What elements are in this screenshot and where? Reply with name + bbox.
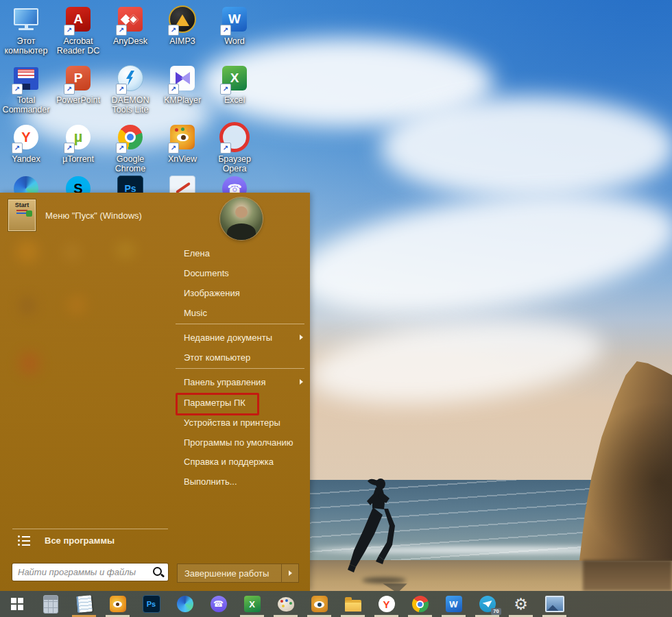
menu-item-run[interactable]: Выполнить... <box>184 474 237 489</box>
taskbar-telegram[interactable]: 70 <box>470 591 504 617</box>
taskbar-photos[interactable] <box>538 591 571 617</box>
all-programs-list-icon <box>18 535 30 546</box>
utorrent-icon: µ <box>62 122 94 152</box>
desktop-icon-acrobat[interactable]: A Acrobat Reader DC <box>52 4 104 56</box>
taskbar-photoshop[interactable]: Ps <box>134 591 168 617</box>
desktop-icon-yandex[interactable]: Y Yandex <box>0 122 52 164</box>
all-programs-item[interactable]: Все программы <box>18 535 115 546</box>
start-search-box[interactable] <box>12 564 168 581</box>
start-menu-pinned-item[interactable]: Start Меню "Пуск" (Windows) <box>8 199 142 231</box>
menu-item-recent-documents[interactable]: Недавние документы <box>184 330 272 345</box>
cloud <box>381 96 672 199</box>
taskbar-edge[interactable] <box>168 591 202 617</box>
chrome-icon <box>115 122 146 152</box>
shortcut-arrow-icon <box>116 25 127 36</box>
ghost-blob <box>19 352 40 375</box>
taskbar-viber[interactable]: ☎ <box>202 591 235 617</box>
taskbar-notepad[interactable] <box>67 591 101 617</box>
edge-icon <box>177 596 193 612</box>
shutdown-button[interactable]: Завершение работы <box>177 564 299 583</box>
annotation-highlight-box <box>176 393 259 415</box>
menu-item-music[interactable]: Music <box>184 305 207 320</box>
daemon-tools-icon <box>115 63 146 93</box>
shortcut-arrow-icon <box>64 84 75 95</box>
taskbar-settings[interactable]: ⚙ <box>504 591 538 617</box>
yandex-icon: Y <box>379 596 395 612</box>
powerpoint-icon: P <box>62 63 94 93</box>
shortcut-arrow-icon <box>220 25 231 36</box>
word-icon: W <box>219 4 250 34</box>
desktop-icon-kmplayer[interactable]: KMPlayer <box>156 63 208 105</box>
anydesk-icon <box>115 4 146 34</box>
ghost-blob <box>67 295 86 315</box>
folder-icon <box>345 600 361 612</box>
taskbar-image-viewer[interactable] <box>302 591 336 617</box>
desktop-icon-opera[interactable]: Браузер Opera <box>208 122 261 173</box>
aimp3-icon <box>167 4 198 34</box>
desktop-icon-chrome[interactable]: Google Chrome <box>104 122 156 173</box>
menu-item-devices-printers[interactable]: Устройства и принтеры <box>184 415 280 430</box>
eye-viewer-icon <box>311 596 328 612</box>
wallpaper-rock-reflection <box>583 560 672 591</box>
taskbar-word[interactable]: W <box>437 591 470 617</box>
taskbar-calculator[interactable] <box>34 591 67 617</box>
shutdown-options-arrow[interactable] <box>282 570 298 576</box>
desktop-icon-utorrent[interactable]: µ µTorrent <box>52 122 104 164</box>
taskbar-excel[interactable]: X <box>235 591 269 617</box>
opera-icon <box>219 122 250 152</box>
start-menu: Start Меню "Пуск" (Windows) Все программ… <box>0 193 310 591</box>
taskbar-file-explorer[interactable] <box>336 591 370 617</box>
ghost-blob <box>16 241 38 263</box>
taskbar-paint[interactable] <box>269 591 302 617</box>
taskbar: Ps ☎ X Y W 70 ⚙ <box>0 591 672 617</box>
menu-item-control-panel[interactable]: Панель управления <box>184 374 265 389</box>
pinned-item-label: Меню "Пуск" (Windows) <box>45 210 142 221</box>
shortcut-arrow-icon <box>220 84 231 95</box>
shortcut-arrow-icon <box>116 84 127 95</box>
user-avatar[interactable] <box>220 197 263 240</box>
menu-item-user-name[interactable]: Елена <box>184 245 210 261</box>
paint-palette-icon <box>278 597 294 612</box>
jogger-shadow <box>362 577 406 583</box>
desktop-icon-powerpoint[interactable]: P PowerPoint <box>52 63 104 105</box>
wallpaper-jogger-silhouette <box>347 476 416 580</box>
shutdown-label: Завершение работы <box>178 568 281 579</box>
viber-icon: ☎ <box>211 596 227 612</box>
taskbar-start-button[interactable] <box>0 591 34 617</box>
submenu-arrow-icon <box>300 379 303 385</box>
acrobat-icon: A <box>62 4 94 34</box>
taskbar-yandex-browser[interactable]: Y <box>370 591 403 617</box>
search-input[interactable] <box>12 567 151 577</box>
shortcut-arrow-icon <box>168 25 179 36</box>
desktop-icon-total-commander[interactable]: Total Commander <box>0 63 52 114</box>
search-icon[interactable] <box>151 565 166 580</box>
shortcut-arrow-icon <box>64 143 75 154</box>
desktop-icon-this-pc[interactable]: Этот компьютер <box>0 4 52 56</box>
menu-item-this-pc[interactable]: Этот компьютер <box>184 350 250 365</box>
shortcut-arrow-icon <box>12 143 23 154</box>
this-pc-icon <box>10 4 42 34</box>
divider <box>176 324 304 324</box>
shortcut-arrow-icon <box>220 143 231 154</box>
desktop-icon-excel[interactable]: X Excel <box>208 63 261 105</box>
divider <box>176 368 304 369</box>
menu-item-pictures[interactable]: Изображения <box>184 285 240 300</box>
photoshop-icon: Ps <box>143 595 160 613</box>
desktop-icon-aimp3[interactable]: AIMP3 <box>156 4 208 46</box>
menu-item-help-support[interactable]: Справка и поддержка <box>184 454 274 469</box>
taskbar-chrome[interactable] <box>403 591 437 617</box>
submenu-arrow-icon <box>289 570 292 576</box>
kmplayer-icon <box>167 63 198 93</box>
desktop-icon-word[interactable]: W Word <box>208 4 261 46</box>
menu-item-documents[interactable]: Documents <box>184 265 229 280</box>
start-shortcut-tile-icon: Start <box>8 199 36 231</box>
notification-badge: 70 <box>491 608 501 615</box>
word-icon: W <box>446 596 462 612</box>
taskbar-xnview[interactable] <box>101 591 134 617</box>
desktop-icon-daemon-tools[interactable]: DAEMON Tools Lite <box>104 63 156 114</box>
notepad-icon <box>75 595 92 613</box>
desktop-icon-xnview[interactable]: XnView <box>156 122 208 164</box>
desktop: Этот компьютер A Acrobat Reader DC AnyDe… <box>0 0 672 617</box>
desktop-icon-anydesk[interactable]: AnyDesk <box>104 4 156 46</box>
menu-item-default-programs[interactable]: Программы по умолчанию <box>184 435 293 450</box>
